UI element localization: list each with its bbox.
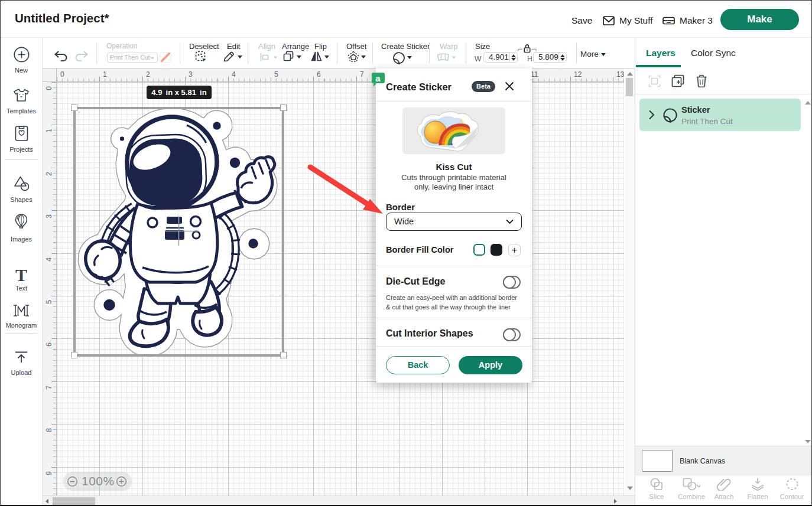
svg-text:a: a [375,73,381,83]
